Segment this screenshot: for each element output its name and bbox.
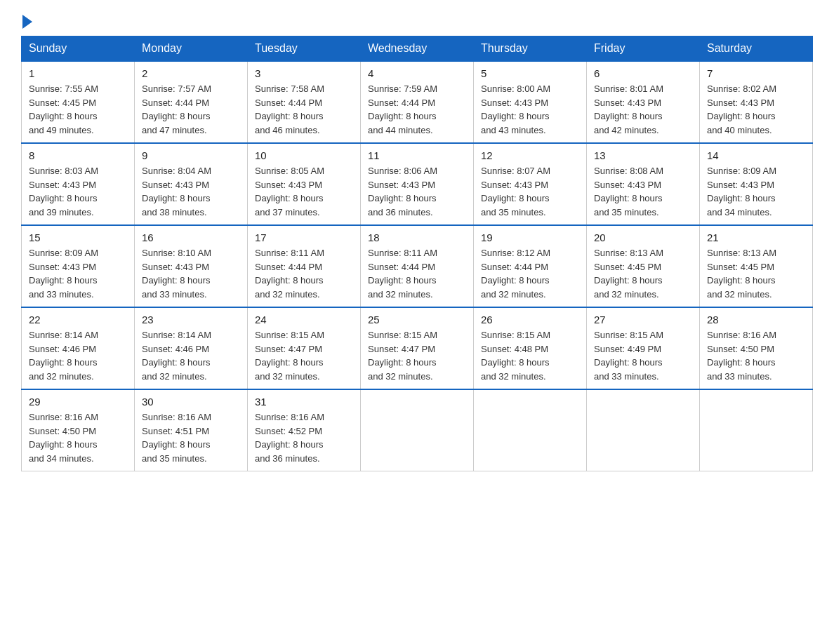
calendar-cell: 11Sunrise: 8:06 AMSunset: 4:43 PMDayligh… [361,143,474,225]
day-number: 3 [255,67,353,79]
calendar-cell: 13Sunrise: 8:08 AMSunset: 4:43 PMDayligh… [587,143,700,225]
day-number: 19 [481,232,579,243]
day-number: 9 [142,149,240,161]
calendar-header-row: SundayMondayTuesdayWednesdayThursdayFrid… [22,36,813,62]
logo [21,14,32,29]
calendar-cell: 31Sunrise: 8:16 AMSunset: 4:52 PMDayligh… [248,389,361,471]
day-number: 26 [481,314,579,326]
day-number: 23 [142,314,240,326]
calendar-cell: 1Sunrise: 7:55 AMSunset: 4:45 PMDaylight… [22,61,135,143]
calendar-week-row: 15Sunrise: 8:09 AMSunset: 4:43 PMDayligh… [22,225,813,307]
day-number: 21 [707,232,805,243]
calendar-cell: 9Sunrise: 8:04 AMSunset: 4:43 PMDaylight… [135,143,248,225]
calendar-cell [587,389,700,471]
calendar-cell [361,389,474,471]
calendar-cell: 16Sunrise: 8:10 AMSunset: 4:43 PMDayligh… [135,225,248,307]
day-info: Sunrise: 7:59 AMSunset: 4:44 PMDaylight:… [368,82,466,137]
day-info: Sunrise: 8:16 AMSunset: 4:52 PMDaylight:… [255,410,353,465]
day-info: Sunrise: 8:09 AMSunset: 4:43 PMDaylight:… [29,246,127,301]
day-number: 16 [142,232,240,243]
day-number: 2 [142,67,240,79]
calendar-cell: 10Sunrise: 8:05 AMSunset: 4:43 PMDayligh… [248,143,361,225]
calendar-cell: 23Sunrise: 8:14 AMSunset: 4:46 PMDayligh… [135,307,248,389]
page-header [21,14,813,29]
day-info: Sunrise: 8:15 AMSunset: 4:48 PMDaylight:… [481,328,579,383]
day-info: Sunrise: 8:02 AMSunset: 4:43 PMDaylight:… [707,82,805,137]
day-info: Sunrise: 8:00 AMSunset: 4:43 PMDaylight:… [481,82,579,137]
day-number: 11 [368,149,466,161]
day-info: Sunrise: 8:15 AMSunset: 4:47 PMDaylight:… [368,328,466,383]
day-info: Sunrise: 7:57 AMSunset: 4:44 PMDaylight:… [142,82,240,137]
day-info: Sunrise: 8:04 AMSunset: 4:43 PMDaylight:… [142,164,240,219]
calendar-cell: 28Sunrise: 8:16 AMSunset: 4:50 PMDayligh… [700,307,813,389]
day-number: 20 [594,232,692,243]
day-number: 1 [29,67,127,79]
calendar-header-saturday: Saturday [700,36,813,62]
day-info: Sunrise: 8:05 AMSunset: 4:43 PMDaylight:… [255,164,353,219]
calendar-header-wednesday: Wednesday [361,36,474,62]
day-number: 14 [707,149,805,161]
day-info: Sunrise: 8:13 AMSunset: 4:45 PMDaylight:… [707,246,805,301]
day-number: 5 [481,67,579,79]
calendar-cell: 15Sunrise: 8:09 AMSunset: 4:43 PMDayligh… [22,225,135,307]
calendar-cell: 3Sunrise: 7:58 AMSunset: 4:44 PMDaylight… [248,61,361,143]
day-info: Sunrise: 7:55 AMSunset: 4:45 PMDaylight:… [29,82,127,137]
calendar-header-sunday: Sunday [22,36,135,62]
day-number: 28 [707,314,805,326]
calendar-cell [474,389,587,471]
calendar-cell: 17Sunrise: 8:11 AMSunset: 4:44 PMDayligh… [248,225,361,307]
calendar-cell [700,389,813,471]
calendar-cell: 25Sunrise: 8:15 AMSunset: 4:47 PMDayligh… [361,307,474,389]
day-info: Sunrise: 8:11 AMSunset: 4:44 PMDaylight:… [368,246,466,301]
calendar-week-row: 8Sunrise: 8:03 AMSunset: 4:43 PMDaylight… [22,143,813,225]
calendar-cell: 14Sunrise: 8:09 AMSunset: 4:43 PMDayligh… [700,143,813,225]
calendar-cell: 12Sunrise: 8:07 AMSunset: 4:43 PMDayligh… [474,143,587,225]
day-info: Sunrise: 8:13 AMSunset: 4:45 PMDaylight:… [594,246,692,301]
day-info: Sunrise: 8:01 AMSunset: 4:43 PMDaylight:… [594,82,692,137]
calendar-cell: 5Sunrise: 8:00 AMSunset: 4:43 PMDaylight… [474,61,587,143]
calendar-week-row: 29Sunrise: 8:16 AMSunset: 4:50 PMDayligh… [22,389,813,471]
calendar-cell: 29Sunrise: 8:16 AMSunset: 4:50 PMDayligh… [22,389,135,471]
day-number: 6 [594,67,692,79]
day-info: Sunrise: 8:06 AMSunset: 4:43 PMDaylight:… [368,164,466,219]
day-info: Sunrise: 8:09 AMSunset: 4:43 PMDaylight:… [707,164,805,219]
day-number: 25 [368,314,466,326]
day-number: 12 [481,149,579,161]
calendar-cell: 19Sunrise: 8:12 AMSunset: 4:44 PMDayligh… [474,225,587,307]
day-number: 7 [707,67,805,79]
calendar-header-monday: Monday [135,36,248,62]
day-number: 18 [368,232,466,243]
day-info: Sunrise: 8:07 AMSunset: 4:43 PMDaylight:… [481,164,579,219]
day-number: 31 [255,396,353,408]
calendar-cell: 7Sunrise: 8:02 AMSunset: 4:43 PMDaylight… [700,61,813,143]
calendar-header-friday: Friday [587,36,700,62]
calendar-week-row: 22Sunrise: 8:14 AMSunset: 4:46 PMDayligh… [22,307,813,389]
day-info: Sunrise: 8:16 AMSunset: 4:51 PMDaylight:… [142,410,240,465]
calendar-cell: 2Sunrise: 7:57 AMSunset: 4:44 PMDaylight… [135,61,248,143]
day-number: 24 [255,314,353,326]
day-info: Sunrise: 8:03 AMSunset: 4:43 PMDaylight:… [29,164,127,219]
day-number: 27 [594,314,692,326]
calendar-cell: 18Sunrise: 8:11 AMSunset: 4:44 PMDayligh… [361,225,474,307]
day-number: 13 [594,149,692,161]
day-number: 8 [29,149,127,161]
calendar-cell: 22Sunrise: 8:14 AMSunset: 4:46 PMDayligh… [22,307,135,389]
calendar-cell: 8Sunrise: 8:03 AMSunset: 4:43 PMDaylight… [22,143,135,225]
calendar-week-row: 1Sunrise: 7:55 AMSunset: 4:45 PMDaylight… [22,61,813,143]
day-info: Sunrise: 8:14 AMSunset: 4:46 PMDaylight:… [142,328,240,383]
calendar-cell: 21Sunrise: 8:13 AMSunset: 4:45 PMDayligh… [700,225,813,307]
day-number: 10 [255,149,353,161]
calendar-cell: 4Sunrise: 7:59 AMSunset: 4:44 PMDaylight… [361,61,474,143]
calendar-cell: 27Sunrise: 8:15 AMSunset: 4:49 PMDayligh… [587,307,700,389]
calendar-cell: 30Sunrise: 8:16 AMSunset: 4:51 PMDayligh… [135,389,248,471]
calendar-header-thursday: Thursday [474,36,587,62]
calendar-cell: 26Sunrise: 8:15 AMSunset: 4:48 PMDayligh… [474,307,587,389]
day-number: 30 [142,396,240,408]
day-info: Sunrise: 8:14 AMSunset: 4:46 PMDaylight:… [29,328,127,383]
calendar-table: SundayMondayTuesdayWednesdayThursdayFrid… [21,36,813,471]
day-info: Sunrise: 8:12 AMSunset: 4:44 PMDaylight:… [481,246,579,301]
day-info: Sunrise: 8:11 AMSunset: 4:44 PMDaylight:… [255,246,353,301]
day-info: Sunrise: 8:08 AMSunset: 4:43 PMDaylight:… [594,164,692,219]
day-info: Sunrise: 8:15 AMSunset: 4:47 PMDaylight:… [255,328,353,383]
day-info: Sunrise: 8:16 AMSunset: 4:50 PMDaylight:… [707,328,805,383]
